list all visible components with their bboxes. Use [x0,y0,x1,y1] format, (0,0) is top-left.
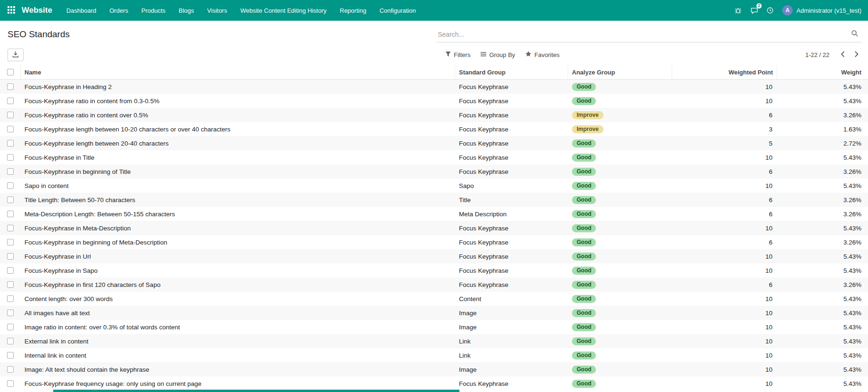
table-row[interactable]: Focus-Keyphrase in Title Focus Keyphrase… [0,150,868,164]
row-weight: 5.43% [777,154,868,161]
row-checkbox[interactable] [7,281,14,288]
row-weight: 5.43% [777,324,868,331]
nav-item-products[interactable]: Products [135,0,172,21]
table-row[interactable]: Focus-Keyphrase in first 120 characters … [0,278,868,292]
group-by-button[interactable]: Group By [476,49,520,61]
row-weight: 5.43% [777,267,868,274]
table-row[interactable]: Image ratio in content: over 0.3% of tot… [0,320,868,334]
table-row[interactable]: Focus-Keyphrase in Sapo Focus Keyphrase … [0,263,868,278]
column-header-analyze-group[interactable]: Analyze Group [568,65,672,79]
row-standard-group: Sapo [455,182,568,189]
row-checkbox[interactable] [7,154,14,161]
nav-item-reporting[interactable]: Reporting [333,0,373,21]
row-checkbox[interactable] [7,267,14,274]
horizontal-scrollbar-thumb[interactable] [53,390,459,392]
row-weighted-point: 10 [672,295,777,302]
row-checkbox[interactable] [7,366,14,373]
nav-item-blogs[interactable]: Blogs [172,0,201,21]
table-row[interactable]: Focus-Keyphrase ratio in content over 0.… [0,108,868,122]
row-checkbox[interactable] [7,352,14,359]
export-button[interactable] [8,49,24,61]
search-button[interactable] [848,28,861,41]
row-checkbox[interactable] [7,324,14,330]
nav-item-dashboard[interactable]: Dashboard [60,0,103,21]
column-header-weighted-point[interactable]: Weighted Point [672,65,777,79]
table-row[interactable]: All images have alt text Image Good 10 5… [0,306,868,320]
pager-next-button[interactable] [852,50,861,60]
analyze-group-badge: Improve [572,125,603,133]
row-checkbox[interactable] [7,225,14,231]
select-all-checkbox[interactable] [7,69,14,75]
row-weight: 3.26% [777,239,868,246]
table-row[interactable]: Focus-Keyphrase in beginning of Meta-Des… [0,235,868,249]
messages-icon[interactable]: 2 [747,0,762,21]
row-checkbox[interactable] [7,295,14,302]
top-navbar: Website Dashboard Orders Products Blogs … [0,0,868,21]
table-row[interactable]: Image: Alt text should contain the keyph… [0,362,868,376]
apps-menu-icon[interactable] [8,6,16,15]
row-checkbox[interactable] [7,83,14,90]
row-name: Focus-Keyphrase ratio in content from 0.… [21,98,455,105]
analyze-group-badge: Good [572,238,596,246]
column-header-name[interactable]: Name [21,65,455,79]
row-checkbox[interactable] [7,338,14,344]
table-row[interactable]: External link in content Link Good 10 5.… [0,334,868,348]
row-checkbox[interactable] [7,182,14,189]
nav-item-website-content-editing-history[interactable]: Website Content Editing History [233,0,333,21]
row-checkbox[interactable] [7,98,14,104]
avatar: A [782,5,793,16]
row-checkbox[interactable] [7,380,14,387]
star-icon [525,51,531,58]
search-icon [851,30,859,39]
brand-website[interactable]: Website [22,6,52,15]
table-row[interactable]: Focus-Keyphrase in beginning of Title Fo… [0,164,868,179]
table-row[interactable]: Content length: over 300 words Content G… [0,292,868,306]
user-menu[interactable]: A Administrator (v15_test) [782,5,861,16]
activities-clock-icon[interactable] [763,0,778,21]
table-row[interactable]: Focus-Keyphrase frequency usage: only us… [0,376,868,391]
row-checkbox[interactable] [7,140,14,147]
column-header-standard-group[interactable]: Standard Group [455,65,568,79]
row-checkbox[interactable] [7,211,14,217]
filters-button[interactable]: Filters [441,49,475,61]
row-name: Content length: over 300 words [21,295,455,302]
row-checkbox[interactable] [7,253,14,260]
table-row[interactable]: Focus-Keyphrase in Heading 2 Focus Keyph… [0,80,868,94]
table-row[interactable]: Focus-Keyphrase in Url Focus Keyphrase G… [0,249,868,263]
row-standard-group: Focus Keyphrase [455,253,568,260]
analyze-group-badge: Good [572,154,596,162]
column-header-weight[interactable]: Weight [777,65,868,79]
table-row[interactable]: Focus-Keyphrase length between 10-20 cha… [0,122,868,136]
nav-item-configuration[interactable]: Configuration [373,0,422,21]
table-row[interactable]: Focus-Keyphrase length between 20-40 cha… [0,136,868,150]
search-input[interactable] [436,31,848,38]
table-row[interactable]: Sapo in content Sapo Good 10 5.43% [0,179,868,193]
table-row[interactable]: Focus-Keyphrase ratio in content from 0.… [0,94,868,108]
table-row[interactable]: Meta-Description Length: Between 50-155 … [0,207,868,221]
row-checkbox[interactable] [7,196,14,203]
table-row[interactable]: Internal link in content Link Good 10 5.… [0,348,868,362]
table-row[interactable]: Focus-Keyphrase in Meta-Description Focu… [0,221,868,235]
table-row[interactable]: Title Length: Between 50-70 characters T… [0,193,868,207]
favorites-button[interactable]: Favorites [521,49,564,61]
row-standard-group: Focus Keyphrase [455,98,568,105]
row-weighted-point: 10 [672,253,777,260]
row-weighted-point: 10 [672,98,777,105]
row-checkbox[interactable] [7,310,14,316]
row-name: Internal link in content [21,352,455,359]
row-weight: 3.26% [777,281,868,288]
row-weight: 1.63% [777,126,868,133]
row-weight: 5.43% [777,310,868,317]
nav-item-visitors[interactable]: Visitors [201,0,233,21]
row-checkbox[interactable] [7,168,14,175]
row-checkbox[interactable] [7,126,14,132]
row-checkbox[interactable] [7,112,14,118]
filter-funnel-icon [445,51,451,58]
row-checkbox[interactable] [7,239,14,245]
row-name: Focus-Keyphrase length between 10-20 cha… [21,126,455,133]
analyze-group-badge: Good [572,366,596,374]
row-name: Title Length: Between 50-70 characters [21,196,455,204]
nav-item-orders[interactable]: Orders [103,0,135,21]
debug-bug-icon[interactable] [731,0,746,21]
pager-previous-button[interactable] [838,50,848,60]
